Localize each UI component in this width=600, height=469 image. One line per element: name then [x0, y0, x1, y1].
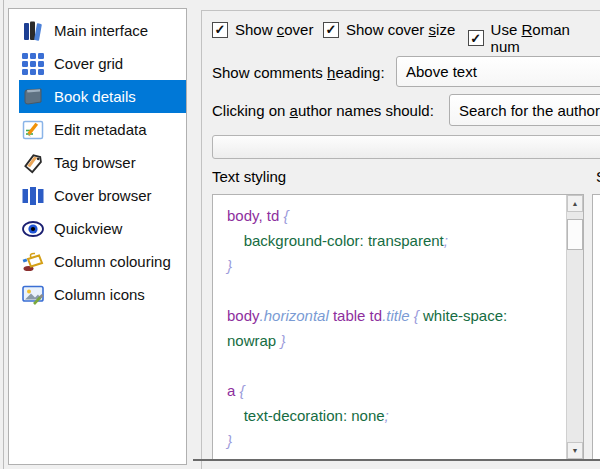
sidebar-item-label: Cover grid — [54, 55, 123, 72]
scroll-up-icon[interactable]: ▲ — [567, 195, 583, 212]
author-click-label: Clicking on author names should: — [212, 102, 434, 119]
eye-icon — [21, 217, 45, 241]
author-click-combobox[interactable]: Search for the author — [449, 94, 600, 126]
show-cover-label: Show cover — [235, 21, 313, 38]
code-line — [227, 280, 566, 305]
check-icon: ✓ — [323, 22, 339, 38]
sidebar-item-label: Book details — [54, 88, 136, 105]
sidebar-item-column-icons[interactable]: Column icons — [19, 278, 186, 311]
sidebar-item-label: Main interface — [54, 22, 148, 39]
check-icon: ✓ — [468, 30, 484, 46]
code-line: a { — [227, 380, 566, 405]
code-line: } — [227, 430, 566, 455]
code-line: background-color: transparent; — [227, 230, 566, 255]
code-line: body.horizontal table td.title { white-s… — [227, 305, 566, 330]
blank-button[interactable] — [212, 135, 600, 159]
code-line: } — [227, 255, 566, 280]
css-editor-content[interactable]: body, td { background-color: transparent… — [213, 195, 566, 459]
edit-icon — [21, 118, 45, 142]
paint-bucket-icon — [21, 250, 45, 274]
image-tools-icon — [21, 283, 45, 307]
sidebar-item-label: Tag browser — [54, 154, 136, 171]
code-line: nowrap } — [227, 330, 566, 355]
show-cover-size-checkbox[interactable]: ✓ Show cover size — [323, 21, 455, 38]
comments-heading-label: Show comments heading: — [212, 64, 385, 81]
sidebar-item-main-interface[interactable]: Main interface — [19, 14, 186, 47]
scroll-down-icon[interactable]: ▼ — [567, 442, 583, 459]
comments-heading-combobox[interactable]: Above text — [396, 56, 600, 87]
scrollbar-thumb[interactable] — [567, 219, 583, 250]
sidebar-item-label: Cover browser — [54, 187, 152, 204]
sidebar-item-edit-metadata[interactable]: Edit metadata — [19, 113, 186, 146]
show-cover-checkbox[interactable]: ✓ Show cover — [212, 21, 313, 38]
preferences-pane: Main interfaceCover gridBook detailsEdit… — [0, 0, 600, 469]
editor-scrollbar[interactable]: ▲ ▼ — [566, 195, 583, 459]
sidebar-list[interactable]: Main interfaceCover gridBook detailsEdit… — [8, 8, 187, 465]
second-editor-partial[interactable] — [592, 194, 600, 460]
show-cover-size-label: Show cover size — [346, 21, 455, 38]
sidebar-item-quickview[interactable]: Quickview — [19, 212, 186, 245]
text-styling-label: Text styling — [212, 168, 286, 185]
grid-icon — [21, 52, 45, 76]
sidebar-item-column-colouring[interactable]: Column colouring — [19, 245, 186, 278]
code-line: text-decoration: none; — [227, 405, 566, 430]
sidebar-item-label: Column colouring — [54, 253, 171, 270]
cover-flow-icon — [21, 184, 45, 208]
sidebar-item-book-details[interactable]: Book details — [19, 80, 186, 113]
sidebar-item-cover-grid[interactable]: Cover grid — [19, 47, 186, 80]
use-roman-numerals-label: Use Roman num — [491, 21, 600, 55]
check-icon: ✓ — [212, 22, 228, 38]
tag-icon — [21, 151, 45, 175]
code-line — [227, 355, 566, 380]
library-icon — [21, 19, 45, 43]
code-line: body, td { — [227, 205, 566, 230]
sidebar-item-tag-browser[interactable]: Tag browser — [19, 146, 186, 179]
css-editor[interactable]: body, td { background-color: transparent… — [212, 194, 584, 460]
sidebar-item-label: Column icons — [54, 286, 145, 303]
sidebar-item-label: Quickview — [54, 220, 122, 237]
right-panel-label-partial: S — [596, 168, 600, 185]
author-click-value: Search for the author — [459, 102, 600, 119]
window-edge-divider — [3, 0, 4, 469]
sidebar-item-cover-browser[interactable]: Cover browser — [19, 179, 186, 212]
sidebar-item-label: Edit metadata — [54, 121, 147, 138]
comments-heading-value: Above text — [406, 63, 477, 80]
scroll-pane-bottom-edge — [193, 459, 600, 461]
book-icon — [21, 85, 45, 109]
use-roman-numerals-checkbox[interactable]: ✓ Use Roman num — [468, 21, 600, 55]
